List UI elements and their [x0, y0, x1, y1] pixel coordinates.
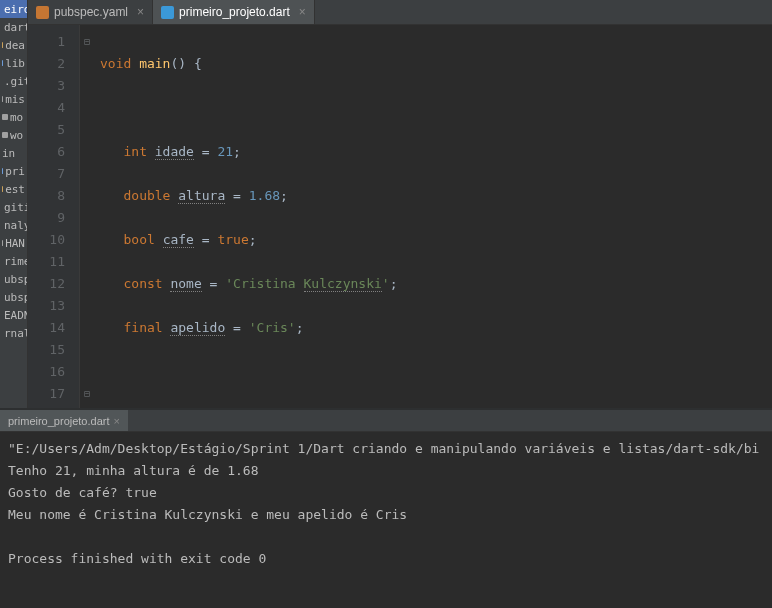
op: =: [194, 232, 217, 247]
editor-tab[interactable]: primeiro_projeto.dart×: [153, 0, 315, 24]
line-number: 16: [28, 361, 65, 383]
folder-icon: [2, 186, 3, 192]
string: ': [382, 276, 390, 291]
project-item[interactable]: eiro_: [0, 0, 27, 18]
project-item[interactable]: dart_t: [0, 18, 27, 36]
project-item[interactable]: rimei: [0, 252, 27, 270]
project-item[interactable]: gitign: [0, 198, 27, 216]
console-output[interactable]: "E:/Users/Adm/Desktop/Estágio/Sprint 1/D…: [0, 432, 772, 608]
project-item-label: in: [2, 147, 15, 160]
line-number: 10: [28, 229, 65, 251]
line-number: 2: [28, 53, 65, 75]
folder-icon: [2, 60, 3, 66]
console-panel: primeiro_projeto.dart × "E:/Users/Adm/De…: [0, 408, 772, 608]
project-item-label: ubsp: [4, 273, 28, 286]
project-item-label: rimei: [4, 255, 28, 268]
project-item-label: nalysi: [4, 219, 28, 232]
string: 'Cristina: [225, 276, 303, 291]
code-editor[interactable]: 1234567891011121314151617 ⊟ ⊟ void main(…: [28, 25, 772, 408]
project-item-label: ubsp: [4, 291, 28, 304]
project-item[interactable]: rnal Li: [0, 324, 27, 342]
op: =: [194, 144, 217, 159]
op: =: [225, 320, 248, 335]
keyword: final: [123, 320, 162, 335]
project-item[interactable]: est: [0, 180, 27, 198]
line-number: 4: [28, 97, 65, 119]
project-item-label: rnal Li: [4, 327, 28, 340]
project-item-label: eiro_: [4, 3, 28, 16]
project-item-label: mo: [10, 111, 23, 124]
project-item[interactable]: ubsp: [0, 270, 27, 288]
identifier: cafe: [163, 232, 194, 248]
project-item[interactable]: EADN: [0, 306, 27, 324]
project-item-label: est: [5, 183, 25, 196]
folder-icon: [2, 168, 3, 174]
project-item[interactable]: mis: [0, 90, 27, 108]
editor-area: eiro_dart_tdealib.gitimismowoinpriestgit…: [0, 0, 772, 408]
tab-label: primeiro_projeto.dart: [179, 5, 290, 19]
project-item[interactable]: ubsp: [0, 288, 27, 306]
type: bool: [123, 232, 154, 247]
code-content[interactable]: void main() { int idade = 21; double alt…: [94, 25, 772, 408]
folder-icon: [2, 240, 3, 246]
editor-tab[interactable]: pubspec.yaml×: [28, 0, 153, 24]
number: 1.68: [249, 188, 280, 203]
console-tabs: primeiro_projeto.dart ×: [0, 410, 772, 432]
type: int: [123, 144, 146, 159]
console-tab[interactable]: primeiro_projeto.dart ×: [0, 410, 128, 431]
line-number: 14: [28, 317, 65, 339]
folder-icon: [2, 96, 3, 102]
identifier: altura: [178, 188, 225, 204]
editor-tabs: pubspec.yaml×primeiro_projeto.dart×: [28, 0, 772, 25]
identifier: nome: [170, 276, 201, 292]
line-number: 12: [28, 273, 65, 295]
project-item[interactable]: HAN: [0, 234, 27, 252]
project-item[interactable]: wo: [0, 126, 27, 144]
file-icon: [161, 6, 174, 19]
project-item[interactable]: mo: [0, 108, 27, 126]
close-icon[interactable]: ×: [137, 5, 144, 19]
keyword: const: [123, 276, 162, 291]
project-item-label: .giti: [4, 75, 28, 88]
function-name: main: [139, 56, 170, 71]
project-item[interactable]: lib: [0, 54, 27, 72]
identifier: apelido: [170, 320, 225, 336]
project-item[interactable]: in: [0, 144, 27, 162]
keyword: true: [217, 232, 248, 247]
punct: ;: [233, 144, 241, 159]
project-item-label: gitign: [4, 201, 28, 214]
project-item[interactable]: nalysi: [0, 216, 27, 234]
keyword: void: [100, 56, 131, 71]
line-number: 3: [28, 75, 65, 97]
line-number: 13: [28, 295, 65, 317]
punct: ;: [296, 320, 304, 335]
punct: ;: [249, 232, 257, 247]
string: 'Cris': [249, 320, 296, 335]
project-item-label: dea: [5, 39, 25, 52]
close-icon[interactable]: ×: [299, 5, 306, 19]
op: =: [202, 276, 225, 291]
line-number: 1: [28, 31, 65, 53]
line-number: 9: [28, 207, 65, 229]
folder-icon: [2, 42, 3, 48]
line-number: 11: [28, 251, 65, 273]
line-number: 15: [28, 339, 65, 361]
type: double: [123, 188, 170, 203]
close-icon[interactable]: ×: [114, 415, 120, 427]
folder-icon: [2, 114, 8, 120]
op: =: [225, 188, 248, 203]
project-item-label: EADN: [4, 309, 28, 322]
folder-icon: [2, 132, 8, 138]
line-number: 17: [28, 383, 65, 405]
project-sidebar[interactable]: eiro_dart_tdealib.gitimismowoinpriestgit…: [0, 0, 28, 408]
project-item-label: lib: [5, 57, 25, 70]
project-item-label: dart_t: [4, 21, 28, 34]
line-number: 7: [28, 163, 65, 185]
fold-column: ⊟ ⊟: [80, 25, 94, 408]
line-number: 8: [28, 185, 65, 207]
project-item[interactable]: dea: [0, 36, 27, 54]
project-item[interactable]: .giti: [0, 72, 27, 90]
project-item[interactable]: pri: [0, 162, 27, 180]
project-item-label: pri: [5, 165, 25, 178]
string: Kulczynski: [304, 276, 382, 292]
